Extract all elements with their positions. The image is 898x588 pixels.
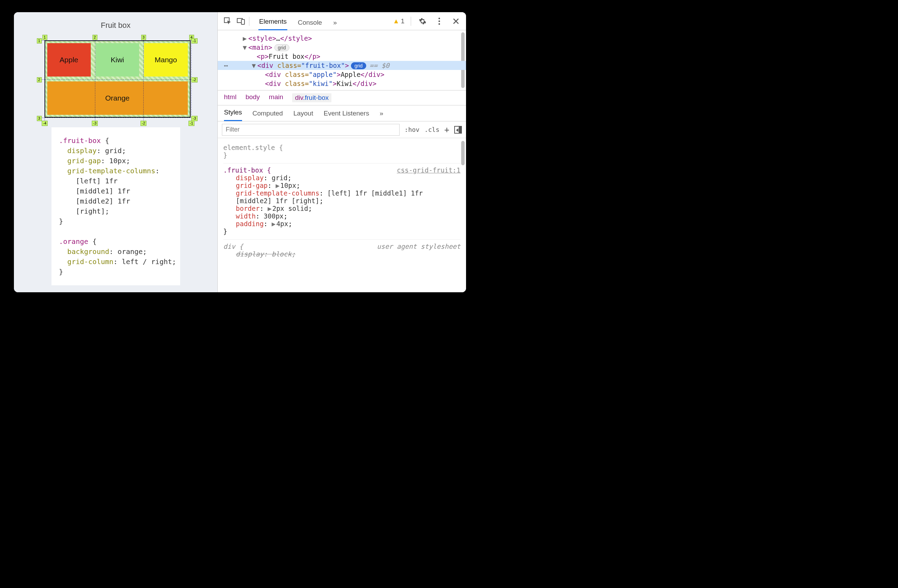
- dom-tree[interactable]: ▶<style>…</style> ▼<main>grid <p>Fruit b…: [218, 30, 466, 90]
- grid-num: -1: [191, 38, 198, 43]
- styles-subtabs: Styles Computed Layout Event Listeners »: [218, 105, 466, 122]
- cell-mango[interactable]: Mango: [144, 43, 188, 77]
- grid-num: -2: [140, 121, 147, 126]
- dom-node-main[interactable]: ▼<main>grid: [218, 43, 466, 52]
- decl[interactable]: grid-gap: ▶10px;: [223, 182, 460, 189]
- devtools-pane: Elements Console » ▲ 1: [217, 12, 466, 292]
- dom-node-kiwi[interactable]: <div class="kiwi">Kiwi</div>: [218, 79, 466, 88]
- dom-node-fruit-box[interactable]: ▼<div class="fruit-box">grid== $0: [218, 61, 466, 70]
- svg-rect-2: [241, 20, 244, 25]
- grid-line: [42, 118, 194, 118]
- subtab-layout[interactable]: Layout: [293, 109, 313, 121]
- chevron-right-icon[interactable]: ▶: [275, 182, 279, 189]
- grid-num: 2: [92, 35, 97, 40]
- page-title: Fruit box: [101, 21, 131, 30]
- grid-num: 1: [37, 38, 42, 43]
- scrollbar[interactable]: [461, 141, 464, 165]
- close-icon[interactable]: [451, 16, 461, 26]
- decl[interactable]: grid-template-columns: [left] 1fr [middl…: [223, 189, 460, 205]
- cell-apple[interactable]: Apple: [47, 43, 91, 77]
- dom-node-apple[interactable]: <div class="apple">Apple</div>: [218, 70, 466, 79]
- crumb-main[interactable]: main: [269, 93, 283, 102]
- css-source-listing: .fruit-box { display: grid; grid-gap: 10…: [51, 127, 180, 285]
- grid-line: [95, 38, 95, 120]
- chevron-down-icon[interactable]: ▼: [243, 43, 247, 51]
- dom-node-p[interactable]: <p>Fruit box</p>: [218, 52, 466, 61]
- new-rule-button[interactable]: +: [444, 125, 449, 135]
- svg-point-3: [438, 17, 440, 19]
- chevron-right-icon[interactable]: ▶: [272, 220, 275, 228]
- decl[interactable]: padding: ▶4px;: [223, 220, 460, 228]
- warning-icon: ▲: [393, 17, 400, 25]
- decl[interactable]: display: grid;: [223, 174, 460, 182]
- chevron-right-icon[interactable]: ▶: [243, 34, 247, 42]
- styles-filter-row: :hov .cls +: [218, 122, 466, 138]
- crumb-current[interactable]: div.fruit-box: [292, 93, 331, 102]
- decl[interactable]: border: ▶2px solid;: [223, 205, 460, 212]
- svg-point-5: [438, 23, 440, 25]
- separator: [411, 17, 411, 26]
- toggle-sidebar-icon[interactable]: [454, 126, 462, 134]
- chevron-down-icon[interactable]: ▼: [252, 62, 256, 69]
- rule-selector: .fruit-box {: [223, 166, 271, 174]
- grid-num: -3: [92, 121, 98, 126]
- panel-tabs: Elements Console »: [258, 12, 338, 30]
- grid-line: [42, 79, 194, 80]
- rule-element-style[interactable]: element.style { }: [223, 141, 460, 163]
- tab-elements[interactable]: Elements: [258, 18, 287, 30]
- devtools-window: Fruit box 1 2 3 4 1 2 3 -1 -2 -3 -4 -3 -…: [14, 12, 466, 292]
- device-toggle-icon[interactable]: [236, 16, 246, 26]
- grid-line: [143, 38, 144, 120]
- cell-kiwi[interactable]: Kiwi: [95, 43, 139, 77]
- grid-num: 1: [42, 35, 47, 40]
- decl[interactable]: display: block;: [223, 250, 460, 258]
- grid-overlay-wrap: 1 2 3 4 1 2 3 -1 -2 -3 -4 -3 -2 -1 Apple…: [34, 34, 198, 127]
- grid-num: 2: [37, 77, 42, 82]
- grid-chip[interactable]: grid: [351, 62, 366, 69]
- rule-close: }: [223, 228, 460, 235]
- subtab-computed[interactable]: Computed: [252, 109, 283, 121]
- settings-icon[interactable]: [417, 16, 428, 26]
- grid-num: -4: [42, 121, 48, 126]
- grid-num: -1: [189, 121, 195, 126]
- grid-num: 3: [141, 35, 146, 40]
- subtab-events[interactable]: Event Listeners: [323, 109, 369, 121]
- rendered-page-pane: Fruit box 1 2 3 4 1 2 3 -1 -2 -3 -4 -3 -…: [14, 12, 217, 292]
- rule-source-link[interactable]: css-grid-fruit:1: [397, 166, 460, 174]
- tab-overflow[interactable]: »: [332, 19, 338, 30]
- subtab-styles[interactable]: Styles: [224, 109, 242, 121]
- devtools-toolbar: Elements Console » ▲ 1: [218, 12, 466, 30]
- cls-toggle[interactable]: .cls: [424, 126, 439, 133]
- fruit-box-grid[interactable]: Apple Kiwi Mango Orange: [45, 40, 191, 118]
- kebab-menu-icon[interactable]: [434, 16, 444, 26]
- hov-toggle[interactable]: :hov: [404, 126, 420, 133]
- dom-node-style[interactable]: ▶<style>…</style>: [218, 34, 466, 43]
- rule-selector: element.style {: [223, 144, 460, 151]
- crumb-body[interactable]: body: [246, 93, 260, 102]
- decl[interactable]: width: 300px;: [223, 212, 460, 220]
- warning-count: 1: [401, 17, 404, 25]
- separator: [249, 17, 249, 26]
- cell-orange[interactable]: Orange: [47, 82, 188, 115]
- grid-num: 3: [37, 116, 42, 121]
- grid-num: -2: [191, 77, 198, 82]
- rule-div-ua[interactable]: div { user agent stylesheet display: blo…: [223, 240, 460, 262]
- rule-close: }: [223, 151, 460, 159]
- warnings-badge[interactable]: ▲ 1: [393, 17, 404, 25]
- tab-console[interactable]: Console: [297, 19, 323, 30]
- rule-fruit-box[interactable]: .fruit-box { css-grid-fruit:1 display: g…: [223, 163, 460, 240]
- chevron-right-icon[interactable]: ▶: [268, 205, 272, 212]
- grid-chip[interactable]: grid: [274, 44, 289, 51]
- inspect-icon[interactable]: [223, 16, 233, 26]
- rule-selector: div {: [223, 243, 243, 250]
- breadcrumb: html body main div.fruit-box: [218, 90, 466, 105]
- crumb-html[interactable]: html: [224, 93, 237, 102]
- subtab-overflow[interactable]: »: [380, 109, 383, 121]
- styles-filter-input[interactable]: [222, 124, 400, 136]
- grid-line: [45, 38, 45, 120]
- rule-source-ua: user agent stylesheet: [377, 243, 460, 250]
- svg-point-4: [438, 20, 440, 22]
- styles-panel[interactable]: element.style { } .fruit-box { css-grid-…: [218, 138, 466, 292]
- grid-line: [42, 40, 194, 41]
- dollar-zero: == $0: [370, 62, 389, 69]
